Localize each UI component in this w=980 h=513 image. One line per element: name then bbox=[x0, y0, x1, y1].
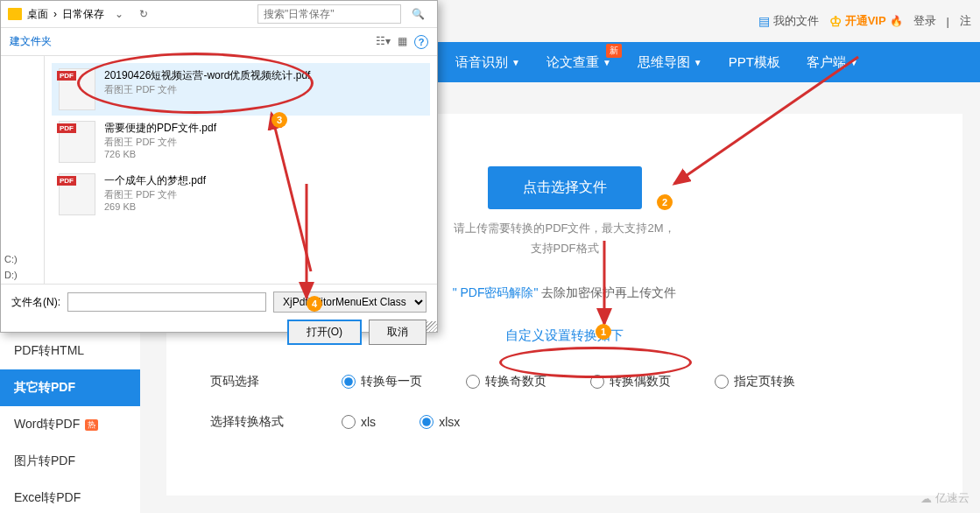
file-open-dialog: 桌面 › 日常保存 ⌄ ↻ 🔍 建文件夹 ☷▾ ▦ ? C:) D:) PDF … bbox=[0, 0, 438, 333]
page-opt-every[interactable]: 转换每一页 bbox=[342, 374, 422, 390]
sidebar-excel2pdf[interactable]: Excel转PDF bbox=[0, 480, 140, 513]
crown-icon: ♔ bbox=[829, 13, 842, 30]
file-item-0[interactable]: PDF 20190426短视频运营-word优质视频统计.pdf 看图王 PDF… bbox=[52, 63, 430, 116]
format-label: 选择转换格式 bbox=[210, 414, 298, 430]
chevron-down-icon: ▼ bbox=[511, 58, 520, 67]
refresh-icon[interactable]: ↻ bbox=[134, 6, 153, 22]
help-icon[interactable]: ? bbox=[414, 35, 428, 49]
annotation-2: 2 bbox=[657, 194, 673, 210]
hot-badge: 热 bbox=[85, 419, 98, 431]
drive-d[interactable]: D:) bbox=[4, 270, 40, 280]
file-type-filter[interactable]: XjPdfEditorMenuExt Class bbox=[273, 292, 427, 313]
pdf-password-link[interactable]: " PDF密码解除" bbox=[453, 285, 539, 299]
login-link[interactable]: 登录 bbox=[913, 13, 936, 29]
crumb-folder[interactable]: 日常保存 bbox=[62, 7, 104, 22]
filename-input[interactable] bbox=[67, 292, 266, 312]
format-row: 选择转换格式 xls xlsx bbox=[210, 402, 919, 442]
pdf-icon: PDF bbox=[59, 68, 95, 110]
nav-voice[interactable]: 语音识别▼ bbox=[455, 54, 520, 71]
watermark: ☁亿速云 bbox=[920, 490, 969, 506]
page-select-label: 页码选择 bbox=[210, 374, 298, 390]
file-item-1[interactable]: PDF 需要便捷的PDF文件.pdf 看图王 PDF 文件 726 KB bbox=[52, 116, 430, 168]
chevron-down-icon: ▼ bbox=[694, 58, 702, 67]
search-icon[interactable]: 🔍 bbox=[406, 6, 430, 22]
format-xlsx[interactable]: xlsx bbox=[419, 415, 460, 429]
nav-paper-check[interactable]: 论文查重▼新 bbox=[546, 54, 611, 71]
divider: | bbox=[947, 15, 949, 28]
dialog-search-input[interactable] bbox=[257, 4, 401, 24]
filename-label: 文件名(N): bbox=[11, 295, 60, 310]
register-link[interactable]: 注 bbox=[960, 13, 971, 29]
cloud-icon: ☁ bbox=[920, 492, 932, 505]
annotation-4: 4 bbox=[307, 296, 322, 312]
dialog-toolbar: 建文件夹 ☷▾ ▦ ? bbox=[1, 28, 437, 56]
file-list: PDF 20190426短视频运营-word优质视频统计.pdf 看图王 PDF… bbox=[45, 56, 437, 284]
pdf-icon: PDF bbox=[59, 173, 95, 215]
page-select-row: 页码选择 转换每一页 转换奇数页 转换偶数页 指定页转换 bbox=[210, 362, 919, 402]
new-folder-link[interactable]: 建文件夹 bbox=[10, 34, 52, 49]
options: 页码选择 转换每一页 转换奇数页 转换偶数页 指定页转换 选择转换格式 xls … bbox=[193, 362, 936, 442]
sidebar-img2pdf[interactable]: 图片转PDF bbox=[0, 443, 140, 480]
crumb-sep: › bbox=[53, 8, 57, 20]
document-icon: ▤ bbox=[758, 14, 770, 28]
my-files-link[interactable]: ▤我的文件 bbox=[758, 13, 819, 29]
drive-list: C:) D:) bbox=[1, 56, 45, 284]
open-button[interactable]: 打开(O) bbox=[287, 320, 362, 345]
annotation-3: 3 bbox=[271, 112, 287, 128]
file-item-2[interactable]: PDF 一个成年人的梦想.pdf 看图王 PDF 文件 269 KB bbox=[52, 168, 430, 221]
dialog-footer: 文件名(N): XjPdfEditorMenuExt Class 打开(O) 取… bbox=[1, 284, 437, 352]
flame-icon: 🔥 bbox=[890, 15, 903, 27]
sidebar-word2pdf[interactable]: Word转PDF热 bbox=[0, 406, 140, 443]
sidebar: PDF转HTML 其它转PDF Word转PDF热 图片转PDF Excel转P… bbox=[0, 333, 140, 513]
resize-handle[interactable] bbox=[427, 321, 437, 332]
cancel-button[interactable]: 取消 bbox=[369, 320, 427, 345]
drive-c[interactable]: C:) bbox=[4, 254, 40, 264]
view-details-icon[interactable]: ▦ bbox=[398, 35, 407, 49]
sidebar-other2pdf[interactable]: 其它转PDF bbox=[0, 369, 140, 406]
page-opt-custom[interactable]: 指定页转换 bbox=[715, 374, 795, 390]
new-badge: 新 bbox=[606, 44, 622, 58]
upload-button[interactable]: 点击选择文件 bbox=[488, 166, 642, 209]
chevron-down-icon: ▼ bbox=[850, 58, 858, 67]
crumb-desktop[interactable]: 桌面 bbox=[27, 7, 48, 22]
crumb-dropdown[interactable]: ⌄ bbox=[109, 6, 129, 22]
page-opt-even[interactable]: 转换偶数页 bbox=[590, 374, 671, 390]
breadcrumb-bar: 桌面 › 日常保存 ⌄ ↻ 🔍 bbox=[1, 1, 437, 28]
navbar: 语音识别▼ 论文查重▼新 思维导图▼ PPT模板 客户端▼ bbox=[438, 42, 980, 82]
annotation-1: 1 bbox=[596, 324, 611, 340]
top-header: ▤我的文件 ♔开通VIP🔥 登录 | 注 bbox=[758, 0, 980, 42]
page-opt-odd[interactable]: 转换奇数页 bbox=[466, 374, 546, 390]
nav-ppt[interactable]: PPT模板 bbox=[729, 54, 780, 71]
chevron-down-icon: ▼ bbox=[603, 58, 611, 67]
vip-link[interactable]: ♔开通VIP🔥 bbox=[829, 13, 903, 30]
format-xls[interactable]: xls bbox=[342, 415, 376, 429]
pdf-icon: PDF bbox=[59, 121, 95, 163]
view-list-icon[interactable]: ☷▾ bbox=[376, 35, 391, 49]
nav-mindmap[interactable]: 思维导图▼ bbox=[638, 54, 702, 71]
nav-client[interactable]: 客户端▼ bbox=[807, 54, 858, 71]
folder-icon bbox=[8, 8, 22, 20]
